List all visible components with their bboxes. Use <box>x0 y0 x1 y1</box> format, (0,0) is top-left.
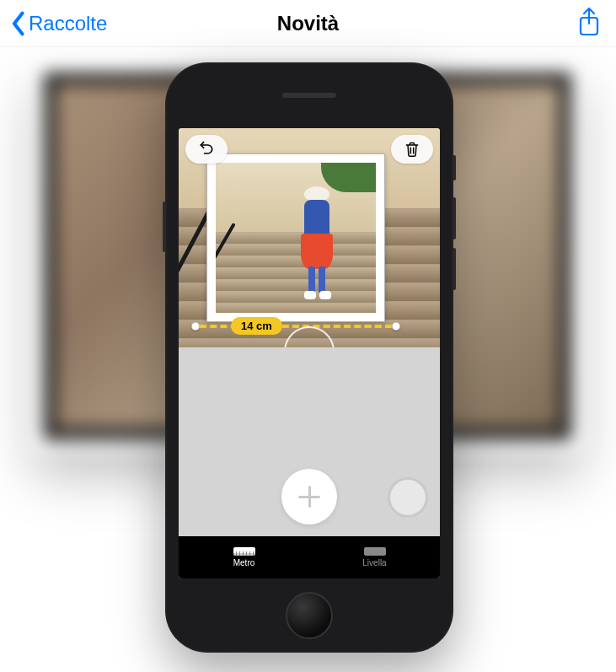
measurement-endpoint[interactable] <box>191 322 200 331</box>
measurement-endpoint[interactable] <box>392 322 400 331</box>
controls-area <box>179 347 440 536</box>
level-icon <box>364 547 386 556</box>
tab-label: Metro <box>233 558 255 567</box>
phone-screen: 14 cm Metro Livella <box>179 128 440 578</box>
chevron-left-icon <box>10 11 25 36</box>
measurement-line[interactable] <box>191 324 400 329</box>
measurement-label[interactable]: 14 cm <box>231 317 282 335</box>
undo-button[interactable] <box>185 135 228 164</box>
tab-metro[interactable]: Metro <box>179 536 309 578</box>
share-button[interactable] <box>577 7 601 40</box>
page-title: Novità <box>277 12 339 35</box>
phone-mockup: 14 cm Metro Livella <box>165 62 453 653</box>
navigation-bar: Raccolte Novità <box>0 0 616 47</box>
home-button[interactable] <box>286 592 333 639</box>
tab-label: Livella <box>362 558 386 567</box>
ruler-icon <box>233 547 255 556</box>
camera-viewport: 14 cm <box>179 128 440 347</box>
undo-icon <box>198 141 215 158</box>
trash-button[interactable] <box>391 135 433 164</box>
content-area: 14 cm Metro Livella <box>0 47 616 672</box>
tab-bar: Metro Livella <box>179 536 440 578</box>
capture-button[interactable] <box>388 477 428 518</box>
back-label: Raccolte <box>29 12 107 35</box>
measured-object <box>206 153 385 322</box>
tab-livella[interactable]: Livella <box>309 536 440 578</box>
add-point-button[interactable] <box>281 469 337 524</box>
share-icon <box>577 7 601 37</box>
back-button[interactable]: Raccolte <box>10 11 107 36</box>
trash-icon <box>404 141 420 158</box>
